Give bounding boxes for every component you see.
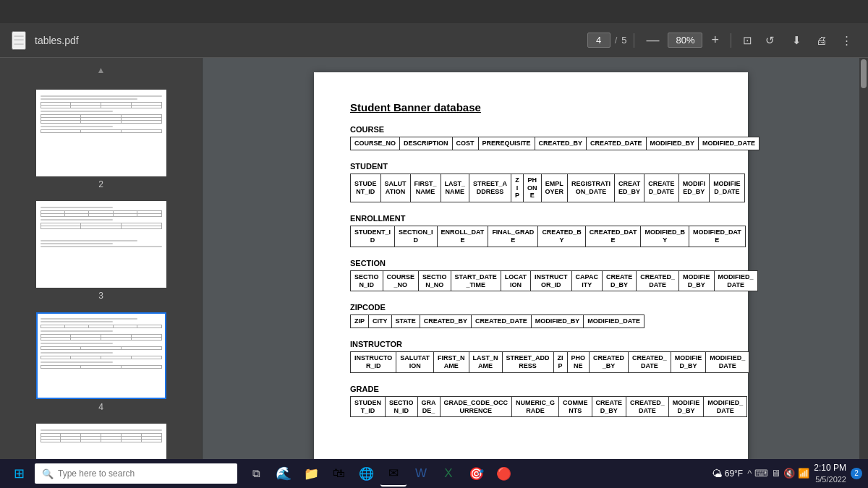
thumb-label-4: 4: [98, 402, 103, 412]
rotate-button[interactable]: ↺: [761, 31, 779, 50]
page-separator: /: [615, 35, 618, 46]
keyboard-icon[interactable]: ⌨: [754, 468, 768, 479]
menu-button[interactable]: ☰: [12, 31, 26, 50]
thumb-label-2: 2: [98, 179, 103, 189]
edge-icon: 🌊: [276, 466, 292, 481]
pdf-page: Student Banner database COURSE COURSE_NO…: [314, 72, 748, 459]
thumb-frame-2: [36, 90, 166, 176]
scroll-indicator[interactable]: [859, 58, 868, 459]
zoom-in-button[interactable]: +: [707, 31, 723, 49]
enrollment-label: ENROLLMENT: [350, 214, 712, 223]
mail-icon: ✉: [388, 466, 399, 481]
taskbar-app-mail[interactable]: ✉: [380, 461, 407, 487]
section-label: SECTION: [350, 259, 712, 267]
scroll-thumb: [861, 59, 867, 88]
weather-widget[interactable]: 🌤 69°F: [712, 468, 743, 479]
store-icon: 🛍: [333, 466, 345, 481]
toolbar-center: / 5 — + ⊡ ↺: [587, 31, 779, 50]
toolbar-right: ⬇ 🖨 ⋮: [788, 31, 856, 50]
taskbar-app-explorer[interactable]: 📁: [298, 461, 324, 487]
print-button[interactable]: 🖨: [812, 31, 831, 49]
system-icons: ^ ⌨ 🖥 🔇 📶: [747, 468, 809, 479]
taskbar-app-word[interactable]: W: [408, 461, 434, 487]
network-icon[interactable]: 📶: [798, 468, 809, 479]
weather-icon: 🌤: [712, 468, 722, 479]
taskbar-app-taskview[interactable]: ⧉: [243, 461, 269, 487]
task-view-icon: ⧉: [252, 467, 260, 480]
student-table: STUDENT_ID SALUTATION FIRST_NAME LAST_NA…: [350, 174, 745, 202]
app2-icon: 🔴: [496, 466, 511, 481]
enrollment-table: STUDENT_ID SECTION_ID ENROLL_DATE FINAL_…: [350, 226, 746, 247]
display-icon[interactable]: 🖥: [771, 468, 780, 479]
thumb-frame-3: [36, 201, 166, 288]
chrome-icon: 🌐: [359, 466, 374, 481]
temperature: 69°F: [725, 468, 743, 479]
taskbar-right: 🌤 69°F ^ ⌨ 🖥 🔇 📶 2:10 PM 5/5/2022 2: [712, 463, 862, 484]
pdf-toolbar: ☰ tables.pdf / 5 — + ⊡ ↺ ⬇ 🖨 ⋮: [0, 23, 868, 58]
thumb-frame-5: [36, 424, 166, 459]
instructor-label: INSTRUCTOR: [350, 340, 712, 348]
taskbar: ⊞ 🔍 ⧉ 🌊 📁 🛍 🌐 ✉ W X 🎯: [0, 459, 868, 488]
clock-time: 2:10 PM: [814, 463, 846, 474]
thumbnail-page-5[interactable]: [7, 424, 195, 459]
taskbar-app-edge[interactable]: 🌊: [271, 461, 297, 487]
clock-date: 5/5/2022: [814, 474, 846, 484]
fit-page-button[interactable]: ⊡: [739, 31, 757, 50]
grade-label: GRADE: [350, 385, 712, 393]
zipcode-label: ZIPCODE: [350, 303, 712, 312]
windows-icon: ⊞: [14, 466, 25, 481]
page-input[interactable]: [587, 33, 610, 48]
search-bar[interactable]: 🔍: [35, 463, 237, 484]
notification-badge[interactable]: 2: [851, 468, 862, 479]
thumbnail-page-3[interactable]: 3: [7, 201, 195, 301]
zoom-input[interactable]: [668, 33, 702, 48]
thumb-label-3: 3: [98, 291, 103, 301]
chevron-up-icon[interactable]: ^: [747, 468, 752, 479]
start-button[interactable]: ⊞: [6, 461, 32, 487]
sidebar-thumbnails: ▲ 2: [0, 58, 203, 459]
thumbnail-page-4[interactable]: 4: [7, 312, 195, 412]
viewer-area: ▲ 2: [0, 58, 868, 459]
app1-icon: 🎯: [469, 466, 484, 481]
taskbar-app-store[interactable]: 🛍: [326, 461, 352, 487]
total-pages: 5: [621, 35, 626, 46]
thumbnail-page-2[interactable]: 2: [7, 90, 195, 189]
word-icon: W: [415, 466, 427, 481]
taskbar-app-misc1[interactable]: 🎯: [463, 461, 489, 487]
excel-icon: X: [444, 466, 452, 481]
pdf-title: tables.pdf: [35, 35, 79, 46]
scroll-up-indicator: ▲: [7, 65, 195, 75]
course-label: COURSE: [350, 125, 712, 134]
toolbar-divider: [634, 33, 634, 48]
search-icon: 🔍: [42, 468, 54, 479]
zipcode-table: ZIP CITY STATE CREATED_BY CREATED_DATE M…: [350, 314, 644, 328]
taskbar-app-misc2[interactable]: 🔴: [490, 461, 516, 487]
toolbar-left: ☰ tables.pdf: [12, 31, 579, 50]
instructor-table: INSTRUCTOR_ID SALUTATION FIRST_NAME LAST…: [350, 351, 749, 373]
taskbar-app-excel[interactable]: X: [435, 461, 461, 487]
download-button[interactable]: ⬇: [788, 31, 806, 50]
top-bar: [0, 0, 868, 23]
toolbar-divider2: [731, 33, 731, 48]
page-heading: Student Banner database: [350, 101, 712, 114]
section-table: SECTION_ID COURSE_NO SECTION_NO START_DA…: [350, 270, 758, 292]
taskbar-icons: ⧉ 🌊 📁 🛍 🌐 ✉ W X 🎯 🔴: [243, 461, 516, 487]
thumb-frame-4: [36, 312, 166, 399]
search-input[interactable]: [58, 468, 230, 479]
sound-icon[interactable]: 🔇: [783, 468, 795, 479]
taskbar-app-chrome[interactable]: 🌐: [353, 461, 379, 487]
more-button[interactable]: ⋮: [837, 31, 856, 50]
grade-table: STUDENT_ID SECTION_ID GRADE_ GRADE_CODE_…: [350, 396, 747, 418]
explorer-icon: 📁: [304, 466, 319, 481]
course-table: COURSE_NO DESCRIPTION COST PREREQUISITE …: [350, 137, 760, 150]
clock[interactable]: 2:10 PM 5/5/2022: [814, 463, 846, 484]
zoom-out-button[interactable]: —: [642, 31, 663, 49]
pdf-page-area[interactable]: Student Banner database COURSE COURSE_NO…: [203, 58, 859, 459]
student-label: STUDENT: [350, 162, 712, 171]
